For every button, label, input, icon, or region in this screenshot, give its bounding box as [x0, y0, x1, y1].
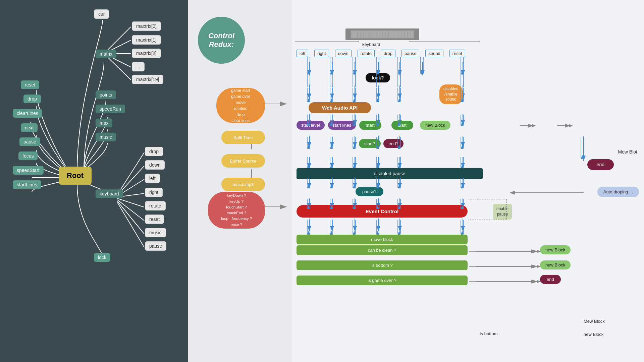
- btn-sound: sound: [425, 50, 443, 57]
- svg-marker-138: [398, 98, 400, 102]
- maxtrix1-node: maxtrix[1]: [132, 35, 161, 45]
- svg-marker-174: [330, 145, 333, 149]
- svg-marker-115: [307, 70, 310, 74]
- svg-marker-211: [353, 184, 356, 188]
- keyboard-label: keyboard: [362, 42, 380, 47]
- move-block-bar: move block: [297, 235, 468, 244]
- svg-marker-120: [421, 70, 423, 74]
- lock-node: lock: [94, 253, 110, 262]
- btn-rotate: rotate: [358, 50, 375, 57]
- svg-marker-191: [307, 164, 310, 168]
- svg-marker-178: [461, 145, 464, 149]
- svg-marker-209: [307, 184, 310, 188]
- music-k-node: music: [145, 228, 166, 237]
- is-bottom-bar: is bottom ?: [297, 260, 468, 270]
- right-k-node: right: [145, 188, 163, 197]
- start-level-pill: start level: [297, 121, 325, 130]
- speedrun-node: speedRun: [96, 105, 125, 113]
- svg-marker-135: [330, 98, 333, 102]
- svg-marker-173: [307, 145, 310, 149]
- drop-k-node: drop: [145, 147, 163, 156]
- down-k-node: down: [145, 160, 165, 170]
- start-right-pill: start: [391, 121, 413, 130]
- root-node: Root: [59, 167, 92, 185]
- music-node: music: [96, 133, 116, 141]
- btn-right: right: [314, 50, 329, 57]
- svg-marker-196: [461, 164, 464, 168]
- start-q-pill: start?: [359, 139, 381, 148]
- pause-q-pill: pause?: [356, 187, 383, 196]
- svg-marker-247: [353, 231, 356, 235]
- new-block1-pill: new Block: [420, 121, 450, 130]
- svg-marker-195: [398, 164, 400, 168]
- max-node: max: [96, 119, 112, 127]
- svg-marker-121: [461, 70, 464, 74]
- reset-node: reset: [21, 80, 39, 89]
- auto-dropping-pill: Auto droping ...: [597, 187, 639, 197]
- enable-pause: enable pause: [493, 204, 512, 220]
- end-q-pill: end?: [383, 139, 404, 148]
- svg-marker-258: [510, 191, 514, 194]
- start-end-row: start? end?: [359, 139, 404, 148]
- next-node: next: [21, 123, 38, 132]
- disabled-enable-sound: disabled /enable sound: [439, 84, 463, 104]
- startlines-node: startLines: [13, 180, 41, 189]
- maxtrix0-node: maxtrix[0]: [132, 21, 161, 31]
- svg-marker-119: [398, 70, 400, 74]
- svg-marker-249: [398, 231, 400, 235]
- btn-left: left: [297, 50, 308, 57]
- maxtrix19-node: maxtrix[19]: [132, 75, 163, 84]
- svg-marker-213: [398, 184, 400, 188]
- mindmap-panel: Root cur matrix maxtrix[0] maxtrix[1] ma…: [0, 0, 188, 362]
- btn-pause: pause: [401, 50, 419, 57]
- svg-line-9: [117, 198, 144, 207]
- svg-marker-210: [330, 184, 333, 188]
- split-time-oval: Split Time: [221, 131, 265, 144]
- svg-marker-246: [330, 231, 333, 235]
- start-level-row: start level start lines start start new …: [297, 121, 450, 130]
- can-be-clean-bar: can be clean ?: [297, 245, 468, 255]
- svg-marker-134: [307, 98, 310, 102]
- svg-marker-160: [581, 155, 584, 159]
- btn-down: down: [335, 50, 352, 57]
- matrix-node: matrix: [96, 50, 116, 58]
- points-node: points: [96, 90, 116, 99]
- dots-node: ...: [132, 62, 145, 71]
- svg-line-10: [117, 200, 144, 221]
- mew-block-label: Mew Block: [584, 319, 605, 324]
- reset-k-node: reset: [145, 215, 164, 224]
- svg-line-12: [117, 202, 144, 247]
- start-lines-pill: start lines: [328, 121, 356, 130]
- keyboard-hardware: [345, 28, 419, 40]
- web-audio-api: Web Audio API: [309, 102, 371, 113]
- pause-node: pause: [19, 137, 40, 146]
- svg-marker-245: [307, 231, 310, 235]
- svg-marker-192: [330, 164, 333, 168]
- disabled-pause-bar: disabled pause: [297, 168, 483, 179]
- btn-drop: drop: [381, 50, 395, 57]
- left-k-node: left: [145, 174, 160, 183]
- game-events-oval: game start game over move rotation drop …: [216, 88, 265, 123]
- svg-marker-157: [461, 122, 464, 126]
- end1-pill: end: [587, 159, 614, 170]
- button-labels-row: left right down rotate drop pause sound …: [297, 50, 465, 57]
- svg-marker-136: [353, 98, 356, 102]
- flow-diagram-panel: keyboard left right down rotate drop pau…: [292, 0, 644, 362]
- keyboard-node: keyboard: [96, 189, 123, 198]
- maxtrix2-node: maxtrix[2]: [132, 49, 161, 58]
- svg-marker-175: [353, 145, 356, 149]
- drop-node: drop: [23, 95, 41, 103]
- svg-marker-116: [330, 70, 333, 74]
- new-block3-pill: new Block: [540, 260, 571, 269]
- svg-marker-214: [461, 184, 464, 188]
- mew-blot-label: Mew Blot: [618, 149, 637, 155]
- svg-line-5: [117, 153, 144, 194]
- svg-marker-260: [532, 124, 536, 127]
- new-block-bottom-label: new Block: [584, 332, 603, 337]
- svg-marker-248: [376, 231, 379, 235]
- start-pill: start: [359, 121, 381, 130]
- new-block2-pill: new Block: [540, 245, 571, 254]
- rotate-k-node: rotate: [145, 201, 166, 210]
- middle-panel: Control Redux: game start game over move…: [188, 0, 292, 362]
- svg-marker-193: [353, 164, 356, 168]
